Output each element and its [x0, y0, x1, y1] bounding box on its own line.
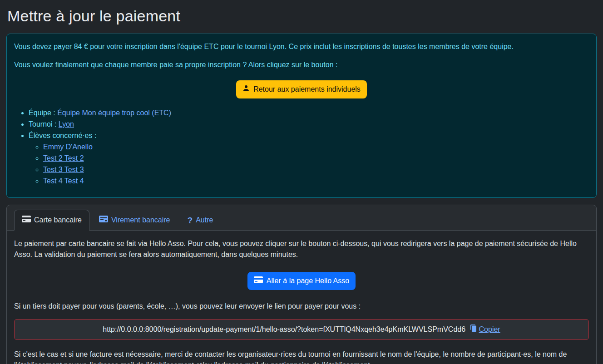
- tab-label: Virement bancaire: [111, 215, 170, 226]
- students-detail-item: Élèves concerné·es : Emmy D'Anello Test …: [29, 130, 589, 187]
- tab-autre[interactable]: ? Autre: [180, 210, 221, 231]
- back-button-row: Retour aux paiements individuels: [14, 80, 589, 98]
- copy-link-label: Copier: [479, 324, 500, 335]
- team-payment-info-alert: Vous devez payer 84 € pour votre inscrip…: [6, 34, 597, 198]
- question-mark-icon: ?: [188, 216, 193, 225]
- team-link[interactable]: Équipe Mon équipe trop cool (ETC): [57, 109, 171, 117]
- back-to-individual-payments-button[interactable]: Retour aux paiements individuels: [236, 80, 367, 98]
- copy-icon: [470, 324, 478, 335]
- list-item: Emmy D'Anello: [43, 142, 589, 152]
- person-icon: [242, 84, 250, 95]
- list-item: Test 2 Test 2: [43, 153, 589, 164]
- student-link[interactable]: Emmy D'Anello: [43, 143, 93, 151]
- hello-asso-button-label: Aller à la page Hello Asso: [267, 275, 349, 286]
- student-link[interactable]: Test 3 Test 3: [43, 166, 84, 173]
- team-label: Équipe :: [29, 109, 55, 117]
- hello-asso-explanation-text: Le paiement par carte bancaire se fait v…: [14, 238, 589, 260]
- students-label: Élèves concerné·es :: [29, 132, 96, 139]
- credit-card-icon: [254, 275, 263, 286]
- go-to-hello-asso-button[interactable]: Aller à la page Hello Asso: [247, 272, 356, 290]
- tournament-link[interactable]: Lyon: [59, 120, 74, 128]
- back-button-label: Retour aux paiements individuels: [253, 84, 361, 95]
- tournament-detail-item: Tournoi : Lyon: [29, 119, 589, 130]
- list-item: Test 3 Test 3: [43, 164, 589, 175]
- hello-asso-button-row: Aller à la page Hello Asso: [14, 272, 589, 290]
- registration-details-list: Équipe : Équipe Mon équipe trop cool (ET…: [14, 108, 589, 187]
- list-item: Test 4 Test 4: [43, 176, 589, 187]
- individual-payment-question-text: Vous voulez finalement que chaque membre…: [14, 59, 589, 70]
- payment-amount-text: Vous devez payer 84 € pour votre inscrip…: [14, 41, 589, 52]
- bank-transfer-icon: [99, 215, 108, 226]
- copy-link-button[interactable]: Copier: [470, 324, 500, 335]
- payment-link-box: http://0.0.0.0:8000/registration/update-…: [14, 319, 589, 340]
- student-link[interactable]: Test 2 Test 2: [43, 154, 84, 162]
- tab-virement-bancaire[interactable]: Virement bancaire: [91, 210, 178, 231]
- student-link[interactable]: Test 4 Test 4: [43, 177, 84, 185]
- tab-label: Autre: [196, 215, 213, 226]
- third-party-payment-text: Si un tiers doit payer pour vous (parent…: [14, 301, 589, 312]
- payment-update-page: Mettre à jour le paiement Vous devez pay…: [0, 0, 603, 364]
- card-payment-panel: Le paiement par carte bancaire se fait v…: [7, 231, 596, 364]
- payment-methods-card: Carte bancaire Virement bancaire ? Autre…: [6, 205, 597, 364]
- credit-card-icon: [22, 215, 31, 226]
- students-list: Emmy D'Anello Test 2 Test 2 Test 3 Test …: [29, 142, 589, 187]
- invoice-instructions-text: Si c'est le cas et si une facture est né…: [14, 349, 589, 364]
- page-title: Mettre à jour le paiement: [7, 5, 597, 28]
- team-detail-item: Équipe : Équipe Mon équipe trop cool (ET…: [29, 108, 589, 118]
- payment-method-tabs: Carte bancaire Virement bancaire ? Autre: [7, 205, 596, 231]
- tab-label: Carte bancaire: [34, 215, 82, 226]
- tournament-label: Tournoi :: [29, 120, 56, 128]
- tab-carte-bancaire[interactable]: Carte bancaire: [14, 210, 89, 231]
- payment-link-url: http://0.0.0.0:8000/registration/update-…: [103, 325, 465, 333]
